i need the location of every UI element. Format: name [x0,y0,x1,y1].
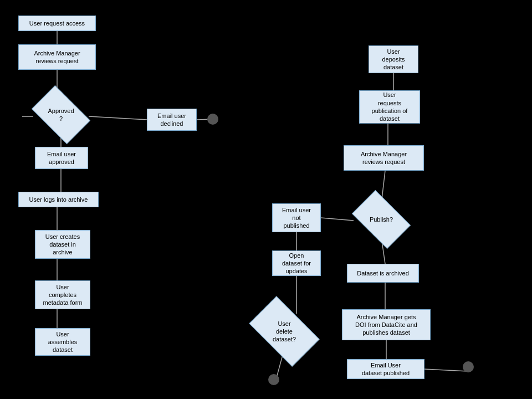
circle-1 [207,114,218,125]
circle-2 [268,374,279,385]
approved-diamond: Approved? [33,97,89,132]
svg-line-16 [321,218,354,221]
email-published-box: Email Userdataset published [347,359,424,379]
user-creates-box: User createsdataset inarchive [35,230,90,259]
archive-manager-1-box: Archive Managerreviews request [18,44,96,70]
archive-doi-box: Archive Manager getsDOI from DataCite an… [342,309,431,340]
user-deposits-box: Userdepositsdataset [369,45,418,73]
svg-line-3 [89,116,147,120]
open-dataset-box: Opendataset forupdates [272,250,321,276]
publish-diamond: Publish? [354,202,409,237]
user-request-box: User request access [18,16,96,31]
email-not-published-box: Email usernotpublished [272,203,321,232]
archive-manager-2-box: Archive Managerreviews request [344,145,424,171]
svg-line-15 [424,369,468,371]
user-delete-diamond: Userdeletedataset? [254,312,315,351]
dataset-archived-box: Dataset is archived [347,264,419,283]
circle-3 [463,361,474,372]
user-completes-box: Usercompletesmetadata form [35,280,90,309]
user-logs-box: User logs into archive [18,192,99,207]
email-approved-box: Email userapproved [35,147,88,169]
user-assembles-box: Userassemblesdataset [35,328,90,356]
flowchart: User request access Archive Managerrevie… [0,0,532,399]
email-declined-box: Email userdeclined [147,109,197,131]
user-requests-pub-box: Userrequestspublication ofdataset [359,90,420,124]
